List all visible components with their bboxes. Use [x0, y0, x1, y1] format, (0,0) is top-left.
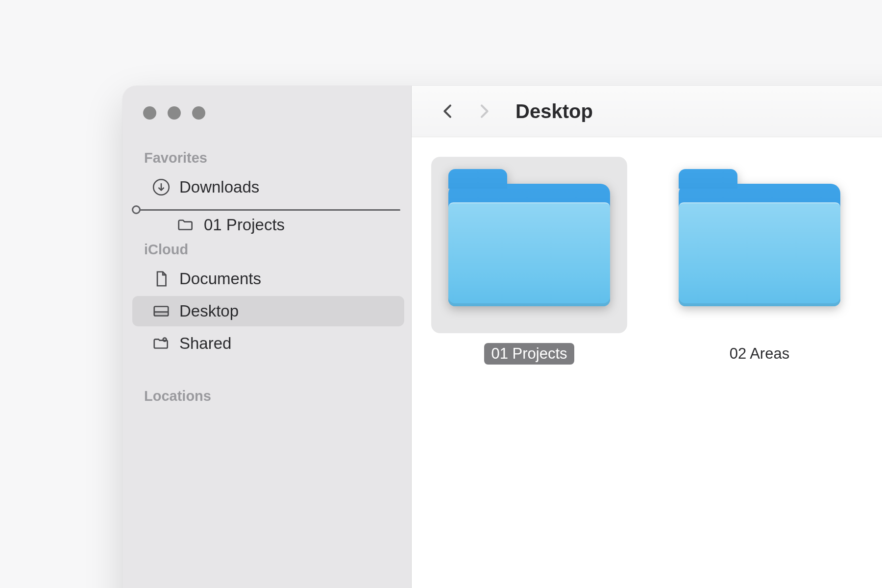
sidebar-item-label: Documents: [179, 270, 261, 288]
folder-item[interactable]: 01 Projects: [426, 157, 632, 365]
finder-window: Favorites Downloads 01 Projects iCloud: [122, 86, 882, 588]
shared-folder-icon: [152, 334, 171, 353]
sidebar-item-shared[interactable]: Shared: [132, 328, 404, 359]
sidebar-section-favorites: Favorites: [122, 150, 411, 171]
window-title: Desktop: [515, 100, 593, 122]
desktop-icon: [152, 302, 171, 320]
forward-button[interactable]: [474, 101, 494, 121]
window-controls: [122, 86, 411, 120]
sidebar-section-locations: Locations: [122, 388, 411, 409]
sidebar-item-downloads[interactable]: Downloads: [132, 172, 404, 202]
folder-item[interactable]: 02 Areas: [657, 157, 862, 365]
sidebar-item-label: Desktop: [179, 302, 239, 320]
folder-outline-icon: [176, 216, 195, 234]
folder-icon: [448, 184, 610, 306]
dragged-sidebar-item[interactable]: 01 Projects: [122, 210, 411, 240]
sidebar-item-desktop[interactable]: Desktop: [132, 296, 404, 326]
folder-icon: [679, 184, 840, 306]
content-area: Desktop 01 Projects 02 Areas: [412, 86, 882, 588]
fullscreen-button[interactable]: [192, 106, 205, 120]
toolbar: Desktop: [412, 86, 882, 137]
sidebar-item-label: Shared: [179, 334, 231, 353]
folder-icon-shell: [431, 157, 627, 333]
back-button[interactable]: [438, 101, 458, 121]
sidebar-item-documents[interactable]: Documents: [132, 264, 404, 294]
drag-insertion-indicator: [133, 209, 400, 210]
file-grid[interactable]: 01 Projects 02 Areas: [412, 137, 882, 588]
dragged-item-label: 01 Projects: [204, 216, 285, 234]
sidebar-section-icloud: iCloud: [122, 242, 411, 263]
folder-label[interactable]: 02 Areas: [723, 343, 796, 365]
sidebar-item-label: Downloads: [179, 178, 259, 196]
close-button[interactable]: [143, 106, 156, 120]
document-icon: [152, 270, 171, 288]
folder-label[interactable]: 01 Projects: [484, 343, 574, 365]
download-icon: [152, 178, 171, 196]
folder-icon-shell: [662, 157, 858, 333]
svg-point-4: [163, 338, 167, 342]
sidebar: Favorites Downloads 01 Projects iCloud: [122, 86, 412, 588]
minimize-button[interactable]: [168, 106, 181, 120]
